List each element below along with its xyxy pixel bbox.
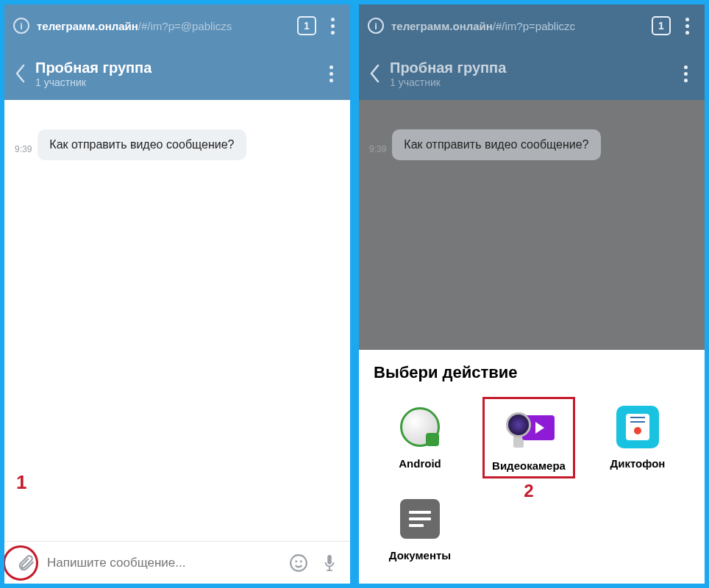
svg-rect-3 [327,555,332,564]
documents-icon [394,493,446,545]
chat-header[interactable]: Пробная группа 1 участник [359,47,705,100]
emoji-icon[interactable] [288,553,309,573]
chat-menu-icon[interactable] [322,65,340,82]
url-path: /#/im?p=pabliczc [493,20,575,32]
input-bar [4,541,350,584]
url-host: телеграмм.онлайн [391,20,493,32]
chat-body[interactable]: 9:39 Как отправить видео сообщение? [359,100,705,350]
browser-bar: i телеграмм.онлайн/#/im?p=pabliczc 1 [359,4,705,47]
chat-subtitle: 1 участник [35,76,313,88]
chat-body[interactable]: 9:39 Как отправить видео сообщение? 1 [4,100,350,541]
browser-menu-icon[interactable] [324,18,341,35]
phone-right: i телеграмм.онлайн/#/im?p=pabliczc 1 Про… [359,4,705,584]
android-icon [394,401,446,453]
sheet-item-label: Видеокамера [492,459,566,472]
phone-left: i телеграмм.онлайн/#/im?p=@pabliczs 1 Пр… [4,4,350,584]
svg-point-1 [296,561,296,562]
dictaphone-icon [612,401,663,453]
message-row: 9:39 Как отправить видео сообщение? [369,129,694,160]
url-bar[interactable]: телеграмм.онлайн/#/im?p=pabliczc [391,20,644,32]
message-bubble[interactable]: Как отправить видео сообщение? [392,129,600,160]
tabs-icon[interactable]: 1 [652,16,671,35]
chat-menu-icon[interactable] [677,65,694,82]
sheet-item-label: Документы [389,549,451,562]
url-bar[interactable]: телеграмм.онлайн/#/im?p=@pabliczs [37,20,290,32]
back-icon[interactable] [15,64,26,83]
chat-title-block[interactable]: Пробная группа 1 участник [390,60,668,88]
chat-header[interactable]: Пробная группа 1 участник [4,47,350,100]
sheet-item-label: Диктофон [610,457,666,470]
chat-title: Пробная группа [390,60,668,76]
svg-point-0 [291,555,307,571]
sheet-grid: Android Видеокамера 2 Диктофон [374,397,690,566]
tabs-icon[interactable]: 1 [297,16,316,35]
message-time: 9:39 [369,144,386,160]
sheet-item-android[interactable]: Android [374,397,466,478]
url-path: /#/im?p=@pabliczs [138,20,232,32]
sheet-item-label: Android [399,457,441,470]
attach-icon[interactable] [15,552,37,574]
browser-bar: i телеграмм.онлайн/#/im?p=@pabliczs 1 [4,4,350,47]
message-input[interactable] [47,556,278,570]
info-icon[interactable]: i [13,18,29,34]
back-icon[interactable] [369,64,381,83]
mic-icon[interactable] [319,553,340,573]
action-sheet: Выбери действие Android Видеокамера 2 [359,350,705,584]
svg-point-2 [301,561,302,562]
info-icon[interactable]: i [368,18,384,34]
message-time: 9:39 [15,144,32,160]
annotation-1: 1 [16,471,26,494]
chat-title-block[interactable]: Пробная группа 1 участник [35,60,313,88]
chat-subtitle: 1 участник [390,76,668,88]
sheet-item-camcorder[interactable]: Видеокамера 2 [482,397,575,478]
message-row: 9:39 Как отправить видео сообщение? [15,129,340,160]
message-bubble[interactable]: Как отправить видео сообщение? [38,129,246,160]
sheet-title: Выбери действие [374,363,690,382]
camcorder-icon [503,404,555,455]
browser-menu-icon[interactable] [678,18,696,35]
chat-title: Пробная группа [35,60,313,76]
annotation-2: 2 [524,481,533,501]
sheet-item-documents[interactable]: Документы [374,489,466,566]
url-host: телеграмм.онлайн [37,20,138,32]
sheet-item-dictaphone[interactable]: Диктофон [591,397,684,478]
